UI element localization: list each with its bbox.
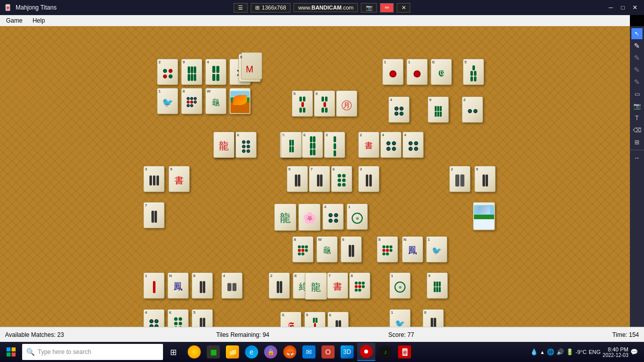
tile-6bam[interactable]: 6 [302, 132, 323, 158]
taskbar-app-mail[interactable]: ✉ [300, 343, 318, 361]
tile-8dot-rc[interactable]: 8 [377, 236, 398, 262]
tile-6dot-c2[interactable]: 6 [331, 166, 352, 192]
taskbar-app-tasks[interactable]: ▦ [204, 343, 222, 361]
tile-5bam-r[interactable]: 5 [463, 59, 484, 85]
tile-9char-c1[interactable]: 9 [287, 166, 308, 192]
tile-4bam[interactable]: 4 [205, 59, 226, 85]
tile-3bam-c2[interactable]: 3 [358, 166, 379, 192]
tile-dragon-green[interactable]: 龍 [274, 204, 296, 231]
minimize-button[interactable]: ─ [606, 3, 616, 13]
bandicam-menu[interactable]: ☰ [233, 3, 248, 13]
task-view-button[interactable]: ⊞ [164, 343, 182, 361]
tile-4dot-cn[interactable]: 4 [323, 204, 344, 230]
tile-8M[interactable]: 8 M [238, 54, 261, 82]
tile-landscape-r[interactable] [473, 202, 495, 230]
tile-9char-l[interactable]: 9 書 [169, 166, 190, 192]
tile-7char-c[interactable]: 7 [309, 166, 330, 192]
notification-icon[interactable]: 💬 [630, 348, 638, 355]
bandicam-camera[interactable]: 📷 [361, 3, 377, 13]
pen-tool-2[interactable]: ✎ [631, 52, 642, 63]
tile-1compass-br[interactable]: 1 ⊕ [389, 273, 411, 299]
menu-bar: Game Help [0, 15, 630, 26]
tile-9bam[interactable]: 9 [181, 59, 202, 85]
text-tool[interactable]: T [631, 113, 642, 124]
tile-8dot-cb[interactable]: 8 [349, 273, 370, 299]
game-menu[interactable]: Game [2, 16, 27, 25]
taskbar-app-game[interactable]: 🀄 [395, 343, 414, 361]
tile-N-blue[interactable]: N 鳳 [168, 273, 189, 299]
pen-tool-3[interactable]: ✎ [631, 64, 642, 75]
tile-N-bird[interactable]: N 鳳 [402, 236, 423, 262]
pen-tool-1[interactable]: ✎ [631, 40, 642, 51]
tile-9bam-r[interactable]: 9 [428, 97, 449, 123]
tile-2bam-r[interactable]: 2 [449, 166, 470, 192]
tile-landscape[interactable] [229, 88, 251, 114]
tile-6dot-m[interactable]: 6 [235, 132, 257, 158]
tile-6char-lc[interactable]: 6 [341, 236, 362, 262]
bandicam-draw[interactable]: ✏ [380, 3, 394, 13]
tray-expand[interactable]: ▲ [540, 349, 545, 355]
tile-5bam-m2[interactable]: 5 [281, 132, 302, 158]
tile-dot-rr1[interactable]: 4 [388, 97, 410, 123]
grid-tool[interactable]: ⊞ [631, 137, 642, 148]
tile-3bam-l[interactable]: 3 [143, 166, 165, 192]
taskbar-app-vpn[interactable]: 🔒 [262, 343, 280, 361]
taskbar-app-music[interactable]: ♪ [376, 343, 394, 361]
bandicam-close[interactable]: ✕ [397, 3, 411, 13]
tile-dragon-green2[interactable]: 龍 [305, 273, 327, 300]
search-bar[interactable]: 🔍 Type here to search [22, 344, 163, 360]
tile-4dot-c[interactable]: 4 [380, 132, 401, 158]
help-menu[interactable]: Help [29, 16, 49, 25]
tile-2dot-rr[interactable]: 2 [462, 97, 483, 123]
tile-8char-bl[interactable]: 8 [192, 273, 213, 299]
tile-1compass[interactable]: 1 ⊕ [347, 204, 368, 230]
tile-W1[interactable]: W 龜 [205, 88, 226, 114]
tile-8dot[interactable]: 8 [181, 88, 202, 114]
tile-W-c[interactable]: W 龜 [316, 236, 338, 262]
resize-tool[interactable]: ↔ [631, 152, 642, 163]
close-button[interactable]: ✕ [630, 3, 640, 13]
tray-network[interactable]: 🌐 [547, 348, 554, 355]
taskbar-app-explorer[interactable]: 📁 [223, 343, 242, 361]
tile-1char-bl[interactable]: 1 [143, 273, 165, 299]
taskbar-app-record[interactable]: ⏺ [357, 343, 375, 361]
tile-7bam-l[interactable]: 7 [143, 202, 165, 228]
tile-1bird-r[interactable]: 1 🐦 [426, 236, 447, 262]
tile-1dot-r1[interactable]: 1 [382, 59, 404, 85]
tile-char-c[interactable]: ㊊ [336, 90, 357, 117]
tile-4dot-r[interactable]: 4 [403, 132, 424, 158]
taskbar-app-edge[interactable]: e [243, 343, 261, 361]
taskbar-app-security[interactable]: ⚡ [185, 343, 203, 361]
tray-battery[interactable]: 🔋 [566, 348, 574, 355]
camera-tool[interactable]: 📷 [631, 101, 642, 112]
tile-5bam-c2[interactable]: 5 [314, 90, 335, 117]
tile-2char-cb[interactable]: 2 [269, 273, 290, 299]
taskbar-app-office[interactable]: O [319, 343, 337, 361]
tile-1dot-r2[interactable]: 1 [407, 59, 428, 85]
taskbar-app-3d[interactable]: 3D [338, 343, 356, 361]
tile-flower[interactable]: 🌸 [298, 204, 320, 231]
tile-1bird[interactable]: 1 🐦 [157, 88, 178, 114]
tile-9char-r[interactable]: 9 [474, 166, 496, 192]
tile-5bam-c1[interactable]: 5 [292, 90, 313, 117]
tile-dragon-red[interactable]: 龍 [213, 132, 234, 158]
tile-2char-c[interactable]: 2 書 [358, 132, 379, 158]
start-button[interactable] [2, 343, 20, 361]
taskbar-app-firefox[interactable]: 🦊 [281, 343, 299, 361]
clock: 8:40 PM 2022-12-03 [603, 346, 628, 358]
eraser-tool[interactable]: ⌫ [631, 125, 642, 136]
tile-7char-cb[interactable]: 7 書 [327, 273, 348, 299]
cursor-tool[interactable]: ↖ [631, 28, 642, 39]
tile-9bam-b[interactable]: 9 [427, 273, 448, 299]
maximize-button[interactable]: □ [618, 3, 628, 13]
tray-volume[interactable]: 🔊 [556, 348, 564, 355]
tray-humidity[interactable]: 💧 [530, 348, 538, 355]
tile-8dot-lc1[interactable]: 8 [292, 236, 313, 262]
tile-2dot[interactable]: 2 [157, 59, 178, 85]
tile-3bam-c[interactable]: 3 [324, 132, 345, 158]
tile-4-bl[interactable]: 4 [221, 273, 243, 299]
pen-tool-4[interactable]: ✎ [631, 76, 642, 87]
rectangle-tool[interactable]: ▭ [631, 88, 642, 100]
language[interactable]: ENG [589, 349, 601, 355]
tile-E[interactable]: E 𝕰 [431, 59, 452, 85]
